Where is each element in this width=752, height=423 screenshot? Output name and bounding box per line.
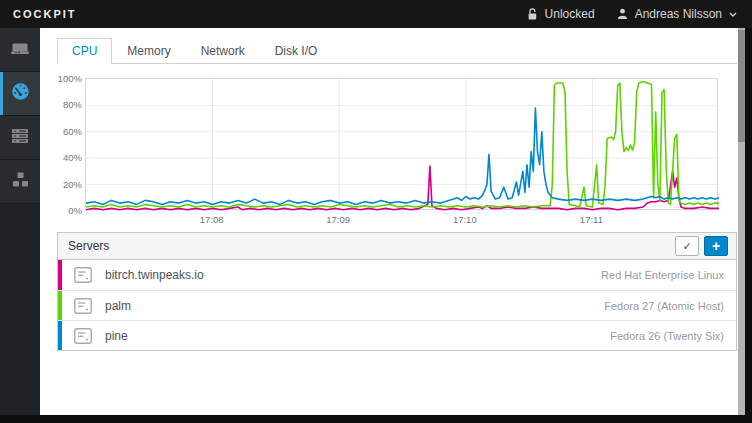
server-os: Fedora 27 (Atomic Host): [604, 300, 736, 312]
plot-area: [85, 78, 718, 210]
y-axis-tick: 100%: [57, 73, 82, 84]
cockpit-logo: COCKPIT: [13, 8, 77, 20]
check-icon: ✓: [682, 240, 691, 253]
y-axis-tick: 0%: [57, 205, 82, 216]
x-axis-tick: 17:08: [200, 214, 224, 225]
sidebar-nav: [0, 28, 40, 415]
chevron-down-icon: [729, 12, 737, 17]
tab-disk-io[interactable]: Disk I/O: [260, 38, 333, 64]
page-scrollbar: [738, 28, 745, 415]
servers-panel-actions: ✓ +: [675, 236, 728, 256]
resource-tabs: CPU Memory Network Disk I/O: [57, 38, 737, 64]
unlocked-padlock-icon: [527, 8, 538, 21]
x-axis-tick: 17:11: [580, 214, 603, 225]
series-color-bar: [58, 321, 62, 350]
cpu-usage-chart: 100% 80% 60% 40% 20% 0% 17:08 17:09 17:1…: [57, 70, 737, 230]
plus-icon: +: [712, 239, 720, 253]
y-axis-tick: 80%: [57, 99, 82, 110]
tab-cpu[interactable]: CPU: [57, 38, 112, 64]
edit-servers-button[interactable]: ✓: [675, 236, 699, 256]
cpu-series-plot: [86, 79, 719, 211]
y-axis-tick: 20%: [57, 179, 82, 190]
sidebar-item-dashboard[interactable]: [0, 72, 40, 116]
dashboard-page: CPU Memory Network Disk I/O 100% 80% 60%…: [40, 28, 738, 415]
series-color-bar: [58, 260, 62, 290]
server-name: palm: [105, 299, 131, 313]
x-axis-tick: 17:09: [326, 214, 350, 225]
scrollbar-thumb[interactable]: [738, 30, 745, 142]
server-icon: [73, 326, 93, 346]
server-stack-icon: [10, 127, 30, 149]
servers-panel-header: Servers ✓ +: [58, 233, 736, 260]
topbar-right: Unlocked Andreas Nilsson: [527, 7, 739, 21]
user-name: Andreas Nilsson: [635, 7, 722, 21]
server-icon: [73, 265, 93, 285]
server-name: pine: [105, 329, 128, 343]
sidebar-item-servers[interactable]: [0, 116, 40, 160]
dashboard-gauge-icon: [11, 82, 30, 105]
host-icon: [10, 39, 30, 61]
lock-status[interactable]: Unlocked: [527, 7, 595, 21]
server-os: Red Hat Enterprise Linux: [601, 269, 736, 281]
tab-memory[interactable]: Memory: [112, 38, 185, 64]
cluster-topology-icon: [11, 171, 30, 193]
server-row-pine[interactable]: pine Fedora 26 (Twenty Six): [58, 320, 736, 350]
server-row-palm[interactable]: palm Fedora 27 (Atomic Host): [58, 290, 736, 320]
user-icon: [617, 8, 628, 20]
y-axis-tick: 60%: [57, 126, 82, 137]
x-axis-tick: 17:10: [453, 214, 477, 225]
sidebar-item-host[interactable]: [0, 28, 40, 72]
server-icon: [73, 296, 93, 316]
server-row-bitrch[interactable]: bitrch.twinpeaks.io Red Hat Enterprise L…: [58, 260, 736, 290]
user-menu[interactable]: Andreas Nilsson: [617, 7, 737, 21]
series-color-bar: [58, 291, 62, 320]
top-bar: COCKPIT Unlocked Andreas N: [0, 0, 752, 28]
lock-status-label: Unlocked: [545, 7, 595, 21]
sidebar-item-cluster[interactable]: [0, 160, 40, 204]
y-axis-tick: 40%: [57, 152, 82, 163]
tab-network[interactable]: Network: [186, 38, 260, 64]
servers-panel: Servers ✓ +: [57, 232, 737, 351]
add-server-button[interactable]: +: [704, 236, 728, 256]
server-os: Fedora 26 (Twenty Six): [610, 330, 736, 342]
server-name: bitrch.twinpeaks.io: [105, 268, 204, 282]
servers-panel-title: Servers: [68, 239, 109, 253]
cockpit-window: COCKPIT Unlocked Andreas N: [0, 0, 752, 423]
